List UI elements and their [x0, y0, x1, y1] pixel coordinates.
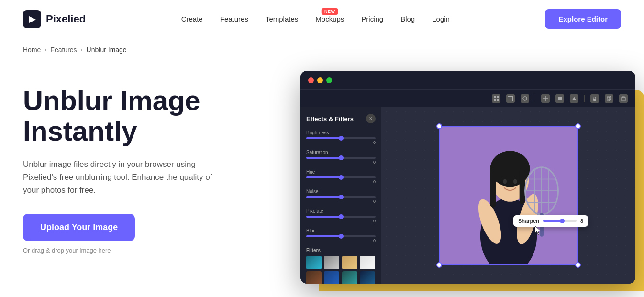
cursor	[535, 226, 542, 232]
selected-image-wrap	[439, 126, 578, 265]
breadcrumb: Home › Features › Unblur Image	[0, 38, 644, 61]
toolbar-triangle-icon	[570, 94, 578, 103]
breadcrumb-sep-2: ›	[81, 46, 83, 53]
svg-rect-12	[608, 96, 611, 100]
toolbar-shape-icon	[521, 94, 529, 103]
svg-rect-3	[497, 99, 499, 101]
selection-handle-tl[interactable]	[436, 123, 442, 129]
filter-7[interactable]	[342, 271, 357, 284]
canvas-area: Sharpen 8	[382, 107, 635, 284]
svg-rect-8	[558, 98, 562, 99]
selection-handle-br[interactable]	[575, 262, 581, 268]
nav-pricing[interactable]: Pricing	[361, 15, 383, 23]
nav-create[interactable]: Create	[181, 15, 203, 23]
toolbar-delete-icon	[619, 94, 628, 103]
svg-rect-22	[520, 168, 525, 204]
sharpen-tooltip: Sharpen 8	[513, 215, 588, 227]
toolbar-crop-icon	[506, 94, 515, 103]
filter-grid	[306, 256, 376, 284]
slider-blur: Blur 0	[306, 228, 376, 243]
filter-5[interactable]	[306, 271, 322, 284]
window-titlebar	[300, 71, 635, 90]
svg-point-24	[513, 179, 517, 184]
filter-6[interactable]	[324, 271, 339, 284]
filter-8[interactable]	[360, 271, 375, 284]
nav-right: Explore Editor	[545, 9, 621, 29]
svg-rect-2	[494, 99, 496, 101]
breadcrumb-current: Unblur Image	[87, 46, 127, 54]
selection-handle-bl[interactable]	[436, 262, 442, 268]
dot-red	[308, 77, 314, 83]
panel-header: Effects & Filters ×	[306, 114, 376, 123]
svg-rect-13	[607, 97, 610, 101]
left-section: Unblur Image Instantly Unblur image file…	[23, 71, 272, 254]
slider-pixelate: Pixelate 0	[306, 209, 376, 223]
filter-1[interactable]	[306, 256, 322, 269]
drag-drop-hint: Or drag & drop your image here	[23, 247, 272, 254]
upload-image-button[interactable]: Upload Your Image	[23, 214, 135, 241]
explore-editor-button[interactable]: Explore Editor	[545, 9, 621, 29]
toolbar-separator-1	[535, 95, 535, 102]
toolbar-layers-icon	[555, 94, 564, 103]
svg-rect-0	[494, 96, 496, 98]
svg-rect-7	[558, 97, 562, 98]
logo-text: Pixelied	[46, 13, 86, 25]
nav-blog[interactable]: Blog	[400, 15, 415, 23]
nav-templates[interactable]: Templates	[266, 15, 298, 23]
logo-icon: ▶	[23, 10, 41, 28]
breadcrumb-sep-1: ›	[44, 46, 46, 53]
right-section: Effects & Filters × Brightness 0 Saturat	[291, 71, 621, 291]
svg-rect-9	[558, 99, 562, 100]
toolbar-grid-icon	[492, 94, 500, 103]
filter-4[interactable]	[360, 256, 375, 269]
sharpen-thumb	[560, 219, 565, 223]
editor-body: Effects & Filters × Brightness 0 Saturat	[300, 107, 635, 284]
svg-rect-5	[512, 96, 513, 101]
panel-title: Effects & Filters	[306, 115, 354, 122]
svg-marker-10	[572, 97, 576, 100]
slider-noise: Noise 0	[306, 189, 376, 204]
hero-description: Unblur image files directly in your brow…	[23, 158, 229, 197]
navbar: ▶ Pixelied Create Features Templates NEW…	[0, 0, 644, 38]
sharpen-label: Sharpen	[518, 218, 539, 224]
canvas-content: Sharpen 8	[439, 126, 578, 265]
slider-hue: Hue 0	[306, 169, 376, 184]
toolbar-move-icon	[541, 94, 550, 103]
filter-3[interactable]	[342, 256, 357, 269]
filter-2[interactable]	[324, 256, 339, 269]
svg-rect-21	[490, 169, 496, 207]
svg-rect-14	[622, 98, 625, 101]
nav-login[interactable]: Login	[432, 15, 450, 23]
nav-links: Create Features Templates NEW Mockups Pr…	[181, 15, 450, 23]
mockups-new-badge: NEW	[322, 8, 338, 15]
selected-image	[439, 126, 578, 265]
nav-mockups[interactable]: Mockups	[315, 15, 344, 23]
svg-point-6	[523, 97, 527, 100]
logo[interactable]: ▶ Pixelied	[23, 10, 86, 28]
effects-panel: Effects & Filters × Brightness 0 Saturat	[300, 107, 382, 284]
dot-yellow	[317, 77, 323, 83]
window-toolbar	[300, 90, 635, 107]
svg-rect-11	[593, 99, 596, 101]
breadcrumb-features[interactable]: Features	[50, 46, 77, 54]
selection-handle-tr[interactable]	[575, 123, 581, 129]
svg-rect-1	[497, 96, 499, 98]
nav-features[interactable]: Features	[220, 15, 248, 23]
sharpen-slider[interactable]	[543, 220, 577, 222]
sharpen-bar-fill	[543, 220, 562, 222]
dot-green	[326, 77, 332, 83]
hero-title: Unblur Image Instantly	[23, 85, 272, 146]
breadcrumb-home[interactable]: Home	[23, 46, 41, 54]
filters-title: Filters	[306, 248, 376, 253]
svg-point-23	[503, 179, 507, 184]
panel-close-button[interactable]: ×	[366, 114, 376, 123]
photo-svg	[440, 127, 577, 264]
sharpen-value: 8	[580, 218, 583, 224]
slider-brightness: Brightness 0	[306, 130, 376, 145]
slider-saturation: Saturation 0	[306, 150, 376, 165]
window-dots	[308, 77, 332, 83]
main-content: Unblur Image Instantly Unblur image file…	[0, 61, 644, 297]
editor-window: Effects & Filters × Brightness 0 Saturat	[300, 71, 635, 284]
toolbar-separator-2	[584, 95, 585, 102]
toolbar-copy-icon	[605, 94, 613, 103]
